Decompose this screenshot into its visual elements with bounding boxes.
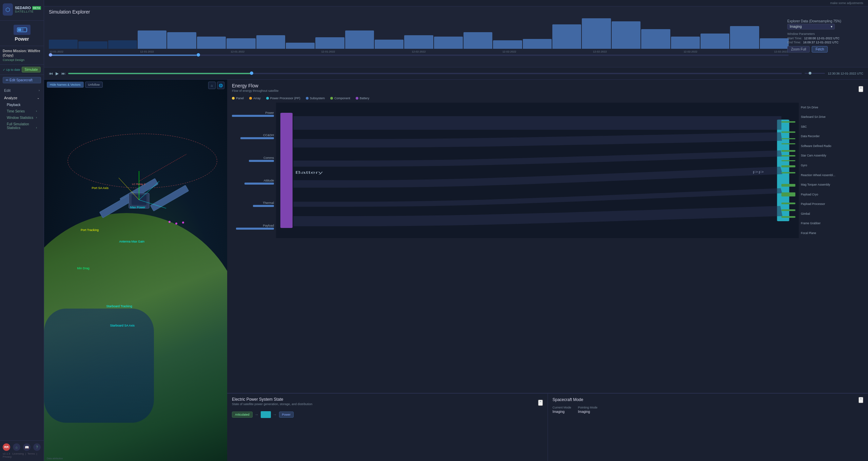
svg-rect-2 [22,28,23,31]
range-thumb-left[interactable] [49,53,52,57]
histogram-bar[interactable] [523,39,552,49]
legend-item: Battery [356,97,370,100]
node-ccadh: CC&DH [232,133,274,139]
book-icon[interactable]: 📖 [23,443,31,451]
playback-thumb[interactable] [250,71,253,75]
speed-thumb[interactable] [809,72,811,75]
sankey-right-node: Starboard SA Drive [801,114,863,120]
svg-rect-25 [782,138,795,139]
chevron-right-icon-ss: › [36,126,37,129]
histogram-bar[interactable] [641,29,670,49]
terms-link[interactable]: Terms [27,452,35,455]
sankey-right-node: Frame Grabber [801,221,863,226]
histogram-bar[interactable] [167,32,196,49]
histogram-bar[interactable] [730,26,759,49]
node-comms: Comms [232,156,274,162]
nav-section: Edit › Analyze ⌄ Playback Time Series › … [0,85,44,132]
histogram-bar[interactable] [463,32,492,49]
hide-names-button[interactable]: Hide Names & Vectors [47,82,84,88]
histogram[interactable] [49,17,789,49]
unfollow-button[interactable]: Unfollow [85,82,103,88]
histogram-bar[interactable] [286,43,315,49]
fetch-button[interactable]: Fetch [812,46,828,53]
max-power-label: Max Power [130,206,145,209]
sidebar-header: ⬡ SEDARO BETA satellite [0,0,44,21]
energy-legend: PanelArrayPower Processor (PP)SubsystemC… [232,97,863,100]
playback-forward-button[interactable]: ⏭ [61,71,65,76]
version-text: v2.1.3 Licensing | Terms | Privacy [3,452,41,458]
privacy-link[interactable]: Privacy [3,455,12,458]
licensing-link[interactable]: Licensing [12,452,24,455]
date-label: 12-01-2022 [321,50,335,53]
speed-slider[interactable] [805,73,825,74]
histogram-bar[interactable] [493,40,522,49]
svg-rect-36 [782,216,795,218]
sankey-diagram: Power CC&DH Comms Attitude Thermal Paylo… [232,103,863,238]
eps-collapse-button[interactable]: ⌃ [538,400,543,406]
home-view-button[interactable]: ⌂ [208,82,216,89]
playback-progress [68,73,252,74]
sankey-right-node: Gimbal [801,211,863,216]
range-thumb-right[interactable] [197,53,200,57]
window-params-title: Window Parameters [787,32,859,36]
playback-slider[interactable] [68,73,802,74]
histogram-bar[interactable] [49,40,78,49]
sankey-center-flow: Battery PP [276,103,799,238]
histogram-bar[interactable] [226,38,255,49]
simulate-button[interactable]: Simulate [22,67,41,72]
home-icon[interactable]: ⌂ [13,443,20,451]
legend-label: Array [253,97,261,100]
explorer-data-label: Explorer Data (Downsampling 75%) [787,19,859,23]
current-mode-label: Current Mode [553,406,571,409]
sidebar-footer: RR ⌂ 📖 ? v2.1.3 Licensing | Terms | Priv… [0,440,44,461]
histogram-bar[interactable] [552,24,581,49]
histogram-bar[interactable] [256,35,285,49]
spacecraft-mode-collapse-button[interactable]: ⌃ [859,397,863,403]
date-label: 12-02-2022 [684,50,697,53]
histogram-bar[interactable] [404,35,433,49]
node-power: Power [232,111,274,117]
histogram-bar[interactable] [78,41,107,49]
histogram-bar[interactable] [701,34,729,49]
legend-label: Battery [360,97,370,100]
energy-flow-collapse-button[interactable]: ⌃ [859,86,863,92]
histogram-bar[interactable] [375,40,403,49]
nav-item-analyze[interactable]: Analyze ⌄ [0,94,44,102]
histogram-bar[interactable] [671,37,700,49]
explorer-dropdown[interactable]: Imaging ▾ [787,24,835,29]
histogram-bar[interactable] [197,37,226,49]
sidebar-item-simulation-statistics[interactable]: Full Simulation Statistics › [0,121,44,131]
histogram-bar[interactable] [315,37,344,49]
edit-spacecraft-button[interactable]: ✏ Edit Spacecraft [3,77,41,83]
chevron-right-icon-ws: › [36,116,37,119]
svg-point-17 [182,222,184,224]
speed-control [805,73,825,74]
svg-point-16 [175,223,177,225]
histogram-bar[interactable] [108,40,137,49]
date-label: 12-02-2022 [502,50,516,53]
start-label: Start Time: [787,37,802,40]
playback-play-button[interactable]: ▶ [56,71,59,76]
sidebar-item-time-series[interactable]: Time Series › [0,108,44,114]
globe-view-button[interactable]: 🌐 [217,82,224,89]
histogram-bar[interactable] [760,38,789,49]
histogram-bar[interactable] [434,37,463,49]
help-icon[interactable]: ? [33,443,41,451]
sankey-right-nodes: Port SA DriveStarboard SA DriveSBCData R… [799,103,863,238]
sankey-right-node: Gyro [801,163,863,168]
sidebar-item-playback[interactable]: Playback [0,102,44,108]
playback-back-button[interactable]: ⏮ [49,71,53,76]
histogram-bar[interactable] [612,21,640,49]
legend-label: Subsystem [310,97,325,100]
notice-bar: make some adjustments [44,0,868,6]
eps-node-power: Power [279,412,294,418]
sankey-right-node: Mag Torquer Assembly [801,182,863,187]
histogram-bar[interactable] [138,30,166,49]
pointing-mode-value: Imaging [578,410,598,414]
histogram-bar[interactable] [345,30,374,49]
nav-item-edit[interactable]: Edit › [0,87,44,94]
sidebar-item-window-statistics[interactable]: Window Statistics › [0,114,44,121]
histogram-bar[interactable] [582,18,611,49]
sankey-right-node: Payload Processor [801,202,863,207]
zoom-full-button[interactable]: Zoom Full [787,46,810,53]
